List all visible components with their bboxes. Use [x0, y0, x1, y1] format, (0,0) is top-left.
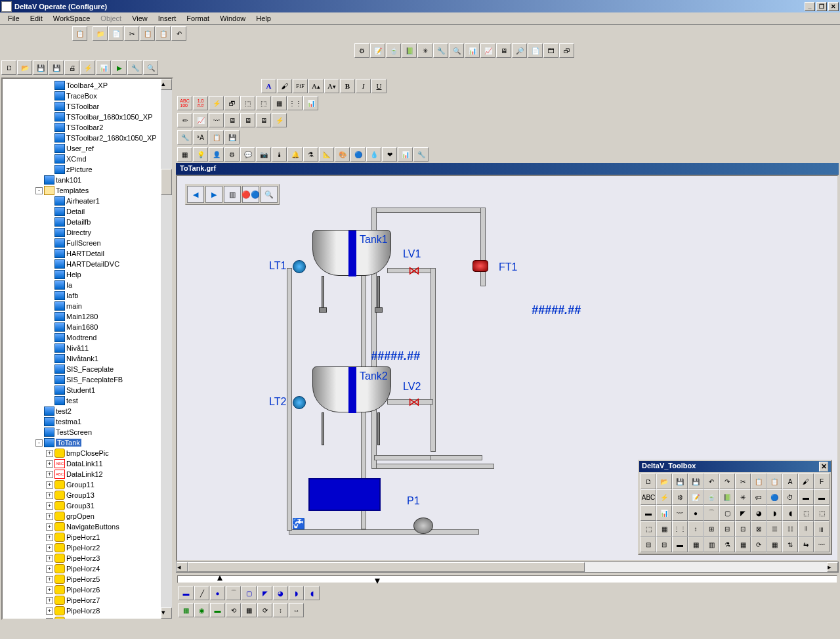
- tree-panel[interactable]: Toolbar4_XPTraceBoxTSToolbarTSToolbar_16…: [1, 77, 173, 620]
- toolbox-cell[interactable]: ⋮⋮: [672, 521, 688, 537]
- toolbox-cell[interactable]: ▬: [672, 537, 688, 552]
- nav-back-icon[interactable]: ◀: [187, 186, 204, 203]
- toolbox-cell[interactable]: 📋: [751, 474, 766, 489]
- pipe[interactable]: [374, 208, 486, 213]
- toolbox-cell[interactable]: ↶: [704, 474, 719, 489]
- menu-insert[interactable]: Insert: [153, 13, 182, 24]
- tool-btn[interactable]: 🗗: [224, 96, 240, 110]
- toolbox-cell[interactable]: ⊟: [719, 521, 735, 537]
- tree-item[interactable]: Iafb: [4, 290, 171, 301]
- tool-btn[interactable]: 🔧: [433, 43, 448, 58]
- copy-icon[interactable]: 📋: [140, 26, 155, 41]
- toolbox-cell[interactable]: 〰: [672, 505, 688, 521]
- tool-btn[interactable]: 📈: [193, 113, 208, 127]
- canvas-scrollbar-h[interactable]: ◂▸: [176, 562, 839, 573]
- ft1-sensor[interactable]: [472, 260, 488, 272]
- tool-btn[interactable]: 📋: [72, 26, 87, 41]
- tree-item[interactable]: FullScreen: [4, 238, 171, 248]
- tool-btn[interactable]: ▦: [177, 147, 192, 162]
- shape-poly-icon[interactable]: ◤: [257, 586, 272, 600]
- toolbox-cell[interactable]: ⇅: [782, 537, 798, 552]
- toolbox-cell[interactable]: ⫼: [814, 521, 830, 537]
- tool-btn[interactable]: 📊: [96, 60, 111, 75]
- toolbox-cell[interactable]: ◤: [735, 505, 751, 521]
- tree-expand-icon[interactable]: +: [46, 607, 53, 615]
- nav-icon[interactable]: 🔴🔵: [242, 186, 259, 203]
- toolbox-cell[interactable]: ⟳: [751, 537, 766, 552]
- tool-btn[interactable]: 🔔: [287, 147, 303, 162]
- minimize-button[interactable]: _: [805, 2, 815, 11]
- toolbox-cell[interactable]: ⬚: [640, 521, 656, 537]
- tree-item[interactable]: -ToTank: [4, 437, 171, 448]
- tree-expand-icon[interactable]: +: [46, 523, 53, 531]
- lv1-valve[interactable]: ⋈: [408, 263, 420, 278]
- tree-expand-icon[interactable]: +: [46, 502, 53, 510]
- toolbox-cell[interactable]: ▬: [798, 489, 814, 505]
- find-icon[interactable]: 🔍: [143, 60, 158, 75]
- tool-btn[interactable]: ⬚: [240, 96, 255, 110]
- tool-btn[interactable]: 👤: [209, 147, 224, 162]
- tree-item[interactable]: test2: [4, 406, 171, 416]
- toolbox-cell[interactable]: ⫴: [798, 521, 814, 537]
- tree-item[interactable]: +PipeHorz6: [4, 584, 171, 595]
- toolbox-cell[interactable]: ⊡: [735, 521, 751, 537]
- print-icon[interactable]: 🖨: [64, 60, 79, 75]
- tree-item[interactable]: +PipeHorz8: [4, 606, 171, 616]
- pump-p1[interactable]: [413, 518, 433, 534]
- tree-item[interactable]: main: [4, 301, 171, 311]
- tool-btn[interactable]: ▦: [242, 603, 257, 617]
- menu-view[interactable]: View: [127, 13, 153, 24]
- menu-edit[interactable]: Edit: [25, 13, 48, 24]
- tool-btn[interactable]: 📈: [480, 43, 495, 58]
- toolbox-cell[interactable]: ⌒: [704, 505, 719, 521]
- lv2-valve[interactable]: ⋈: [408, 395, 420, 409]
- menu-file[interactable]: File: [3, 13, 25, 24]
- tree-item[interactable]: testma1: [4, 416, 171, 427]
- tool-btn[interactable]: ⚙: [354, 43, 369, 58]
- toolbox-cell[interactable]: ⊞: [704, 521, 719, 537]
- tool-btn[interactable]: 🖥: [224, 113, 240, 127]
- menu-object[interactable]: Object: [95, 13, 127, 24]
- font-grow-icon[interactable]: A▴: [308, 79, 324, 93]
- tree-item[interactable]: Directry: [4, 227, 171, 238]
- toolbox-cell[interactable]: A: [782, 474, 798, 489]
- toolbox-cell[interactable]: ▦: [656, 521, 672, 537]
- tree-item[interactable]: +PipeHorz7: [4, 595, 171, 606]
- toolbox-window[interactable]: DeltaV_Toolbox ✕ 🗋📂💾💾↶↷✂📋📋A🖌FABC⚡⚙📝🍵📗✳🏷🔵…: [638, 460, 832, 555]
- toolbox-cell[interactable]: ☰: [766, 521, 782, 537]
- tool-btn[interactable]: 💬: [240, 147, 255, 162]
- tool-btn[interactable]: ⚙: [224, 147, 240, 162]
- save-icon[interactable]: 💾: [33, 60, 48, 75]
- tree-expand-icon[interactable]: +: [46, 513, 53, 520]
- tool-btn[interactable]: ▦: [178, 603, 194, 617]
- toolbox-close-icon[interactable]: ✕: [819, 462, 828, 472]
- toolbox-cell[interactable]: ⇆: [798, 537, 814, 552]
- tree-item[interactable]: +ABCDataLink11: [4, 458, 171, 469]
- tree-item[interactable]: +PipeHorz9: [4, 616, 171, 620]
- toolbox-cell[interactable]: ◕: [751, 505, 766, 521]
- tool-btn[interactable]: 🗔: [543, 43, 558, 58]
- tree-item[interactable]: +bmpClosePic: [4, 448, 171, 458]
- toolbox-cell[interactable]: ▬: [640, 505, 656, 521]
- tool-btn[interactable]: 📐: [319, 147, 334, 162]
- tree-item[interactable]: Modtrend: [4, 332, 171, 343]
- toolbox-cell[interactable]: ✳: [735, 489, 751, 505]
- tool-btn[interactable]: 📄: [108, 26, 123, 41]
- tool-btn[interactable]: 〰: [209, 113, 224, 127]
- toolbox-cell[interactable]: ●: [688, 505, 704, 521]
- tool-btn[interactable]: ◉: [194, 603, 209, 617]
- tool-btn[interactable]: 📊: [398, 147, 413, 162]
- tool-btn[interactable]: 🔧: [177, 130, 192, 144]
- toolbox-cell[interactable]: 📊: [656, 505, 672, 521]
- tree-item[interactable]: +ABCDataLink12: [4, 469, 171, 479]
- tree-item[interactable]: HARTDetail: [4, 248, 171, 259]
- tree-expand-icon[interactable]: +: [46, 460, 53, 468]
- toolbox-cell[interactable]: 💾: [672, 474, 688, 489]
- tree-item[interactable]: SIS_FaceplateFB: [4, 374, 171, 385]
- toolbox-cell[interactable]: ⏱: [782, 489, 798, 505]
- tree-item[interactable]: Main1680: [4, 322, 171, 332]
- tool-btn[interactable]: 🔧: [413, 147, 429, 162]
- toolbox-cell[interactable]: ☷: [782, 521, 798, 537]
- nav-zoom-icon[interactable]: 🔍: [261, 186, 278, 203]
- tree-item[interactable]: Detailfb: [4, 217, 171, 227]
